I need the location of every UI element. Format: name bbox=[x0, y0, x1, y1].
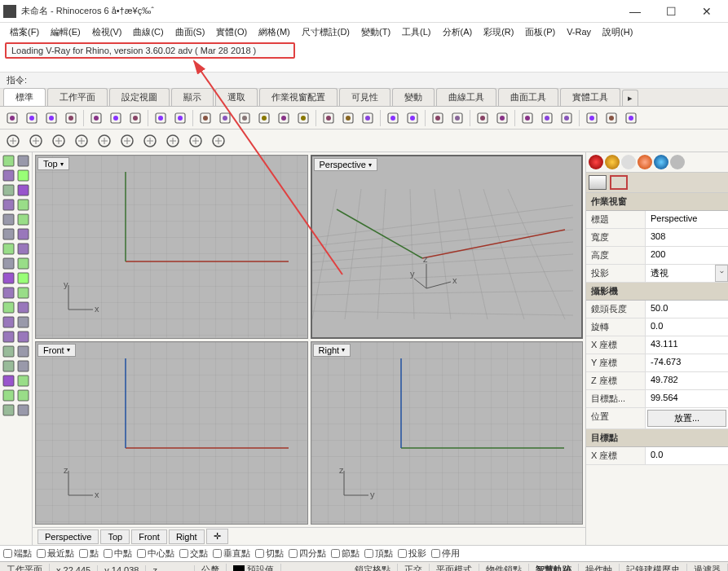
open-icon[interactable] bbox=[23, 109, 41, 127]
prop-value[interactable]: Perspective bbox=[645, 211, 728, 228]
layer-icon[interactable] bbox=[429, 109, 447, 127]
toolbar-tab[interactable]: 選取 bbox=[215, 88, 258, 106]
shade-icon[interactable] bbox=[320, 109, 338, 127]
menu-item[interactable]: 曲面(S) bbox=[170, 24, 210, 40]
viewport-label-perspective[interactable]: Perspective▾ bbox=[314, 158, 377, 171]
prop-value[interactable]: 49.782 bbox=[645, 372, 728, 389]
place-button[interactable]: 放置... bbox=[647, 410, 726, 427]
paste-icon[interactable] bbox=[126, 109, 144, 127]
arc-icon[interactable] bbox=[16, 183, 30, 197]
line-icon[interactable] bbox=[2, 169, 15, 182]
curve-icon[interactable] bbox=[2, 213, 15, 226]
absolute-icon[interactable] bbox=[26, 131, 46, 151]
toolbar-tab[interactable]: 曲面工具 bbox=[498, 88, 558, 106]
menu-item[interactable]: 工具(L) bbox=[397, 24, 435, 40]
menu-item[interactable]: 分析(A) bbox=[438, 24, 478, 40]
corner-icon[interactable] bbox=[186, 131, 205, 151]
viewport-label-front[interactable]: Front▾ bbox=[38, 344, 76, 357]
osnap-checkbox[interactable] bbox=[364, 549, 373, 558]
menu-item[interactable]: 彩現(R) bbox=[479, 24, 518, 40]
save-icon[interactable] bbox=[42, 109, 60, 127]
loft-icon[interactable] bbox=[16, 242, 30, 256]
osnap-頂點[interactable]: 頂點 bbox=[364, 547, 393, 560]
zoom-window-icon[interactable] bbox=[255, 109, 273, 127]
status-units[interactable]: 公釐 bbox=[195, 564, 227, 571]
menu-item[interactable]: 變動(T) bbox=[356, 24, 395, 40]
viewport-front[interactable]: Front▾ xz bbox=[35, 341, 308, 525]
gear-icon[interactable] bbox=[622, 109, 640, 127]
toolbar-tab[interactable]: 標準 bbox=[3, 88, 46, 106]
status-toggle[interactable]: 智慧軌跡 bbox=[529, 564, 579, 571]
polygon-icon[interactable] bbox=[16, 198, 30, 212]
rotate-view-icon[interactable] bbox=[294, 109, 312, 127]
osnap-checkbox[interactable] bbox=[104, 549, 113, 558]
osnap-checkbox[interactable] bbox=[398, 549, 407, 558]
menu-item[interactable]: 檔案(F) bbox=[5, 24, 44, 40]
prop-value[interactable]: 200 bbox=[645, 247, 728, 264]
toolbar-tab[interactable]: 變動 bbox=[392, 88, 435, 106]
layers-tab-icon[interactable] bbox=[605, 155, 620, 169]
relative-icon[interactable] bbox=[49, 131, 68, 151]
undo-icon[interactable] bbox=[152, 109, 170, 127]
viewport-label-top[interactable]: Top▾ bbox=[38, 157, 69, 170]
prop-value[interactable]: 99.564 bbox=[645, 390, 728, 407]
projection-value[interactable]: 透視 bbox=[645, 265, 715, 282]
layers-icon[interactable] bbox=[117, 131, 137, 151]
status-toggle[interactable]: 平面模式 bbox=[430, 564, 479, 571]
menu-item[interactable]: 面板(P) bbox=[520, 24, 560, 40]
cut-icon[interactable] bbox=[87, 109, 105, 127]
osnap-checkbox[interactable] bbox=[3, 549, 12, 558]
osnap-checkbox[interactable] bbox=[37, 549, 46, 558]
redo-icon[interactable] bbox=[171, 109, 189, 127]
help-icon[interactable] bbox=[583, 109, 601, 127]
shade-icon[interactable] bbox=[16, 403, 30, 417]
panel-tab-icon[interactable] bbox=[621, 155, 636, 169]
osnap-端點[interactable]: 端點 bbox=[3, 547, 32, 560]
osnap-垂直點[interactable]: 垂直點 bbox=[213, 547, 250, 560]
dim-icon[interactable] bbox=[2, 374, 15, 388]
options-icon[interactable] bbox=[602, 109, 620, 127]
viewport-props-icon[interactable] bbox=[610, 175, 628, 190]
prop-value[interactable]: 308 bbox=[645, 229, 728, 246]
prop-value[interactable]: 43.111 bbox=[645, 336, 728, 354]
light-icon[interactable] bbox=[474, 109, 492, 127]
scale-icon[interactable] bbox=[16, 345, 30, 358]
array-icon[interactable] bbox=[16, 359, 30, 373]
mesh-icon[interactable] bbox=[2, 286, 15, 300]
viewport-tab[interactable]: Top bbox=[100, 529, 130, 544]
menu-item[interactable]: 網格(M) bbox=[254, 24, 295, 40]
menu-item[interactable]: 曲線(C) bbox=[128, 24, 168, 40]
join-icon[interactable] bbox=[16, 301, 30, 314]
circle-tool-icon[interactable] bbox=[3, 131, 23, 151]
toolbar-tab[interactable]: 工作平面 bbox=[47, 88, 108, 106]
gumball-icon[interactable] bbox=[209, 131, 228, 151]
viewport-top[interactable]: Top▾ xy bbox=[35, 155, 308, 339]
menu-item[interactable]: 說明(H) bbox=[598, 24, 638, 40]
menu-item[interactable]: 編輯(E) bbox=[46, 24, 86, 40]
status-toggle[interactable]: 過濾器 bbox=[687, 564, 728, 571]
menu-item[interactable]: 尺寸標註(D) bbox=[297, 24, 355, 40]
osnap-四分點[interactable]: 四分點 bbox=[289, 547, 326, 560]
solid-icon[interactable] bbox=[2, 257, 15, 270]
pointer-icon[interactable] bbox=[2, 154, 15, 168]
rotate-icon[interactable] bbox=[2, 345, 15, 358]
copy-icon[interactable] bbox=[107, 109, 125, 127]
tabs-overflow[interactable]: ▸ bbox=[622, 90, 638, 106]
sphere-icon[interactable] bbox=[538, 109, 556, 127]
explode-icon[interactable] bbox=[2, 301, 15, 314]
prop-value[interactable]: 0.0 bbox=[645, 318, 728, 336]
analyze-icon[interactable] bbox=[2, 389, 15, 402]
wireframe-icon[interactable] bbox=[339, 109, 357, 127]
osnap-點[interactable]: 點 bbox=[79, 547, 99, 560]
osnap-投影[interactable]: 投影 bbox=[398, 547, 426, 560]
prop-value[interactable]: -74.673 bbox=[645, 354, 728, 371]
osnap-切點[interactable]: 切點 bbox=[255, 547, 284, 560]
status-toggle[interactable]: 物件鎖點 bbox=[479, 564, 529, 571]
rect-icon[interactable] bbox=[2, 198, 15, 212]
chevron-down-icon[interactable]: ⌵ bbox=[715, 265, 728, 282]
toolbar-tab[interactable]: 可見性 bbox=[339, 88, 390, 106]
prop-value[interactable]: 50.0 bbox=[645, 301, 728, 318]
render-icon[interactable] bbox=[2, 403, 15, 417]
move-icon[interactable] bbox=[2, 330, 15, 344]
materials-tab-icon[interactable] bbox=[654, 155, 668, 169]
